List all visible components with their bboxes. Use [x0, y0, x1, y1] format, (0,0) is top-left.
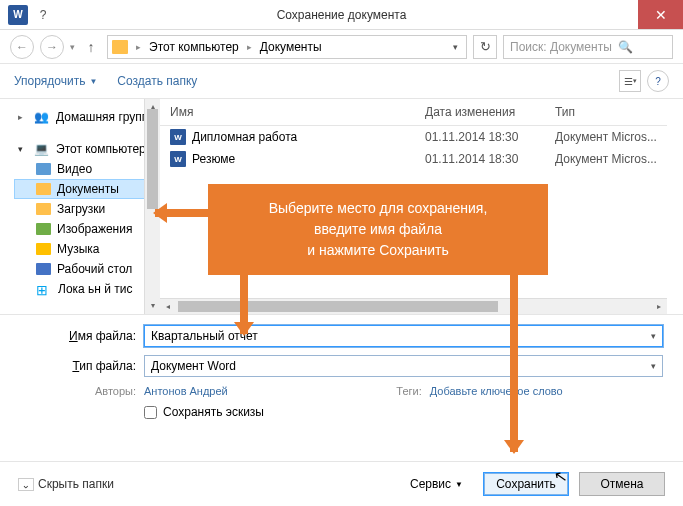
- chevron-down-icon[interactable]: ▾: [651, 331, 656, 341]
- folder-icon: [112, 40, 128, 54]
- sidebar-item-label: Рабочий стол: [57, 262, 132, 276]
- sidebar: ▸ Домашняя группа ▾ Этот компьютер Видео…: [0, 99, 160, 314]
- sidebar-item-label: Видео: [57, 162, 92, 176]
- sidebar-item-homegroup[interactable]: ▸ Домашняя группа: [14, 107, 160, 127]
- file-type: Документ Micros...: [545, 152, 667, 166]
- file-row[interactable]: W Дипломная работа 01.11.2014 18:30 Доку…: [160, 126, 667, 148]
- sidebar-item-label: Этот компьютер: [56, 142, 146, 156]
- horizontal-scrollbar[interactable]: ◂ ▸: [160, 298, 667, 314]
- scroll-down-icon[interactable]: ▾: [145, 298, 160, 314]
- organize-menu[interactable]: Упорядочить▼: [14, 74, 97, 88]
- sidebar-item-label: Музыка: [57, 242, 99, 256]
- expand-icon[interactable]: ▸: [18, 112, 28, 122]
- breadcrumb-documents[interactable]: Документы: [258, 40, 324, 54]
- new-folder-button[interactable]: Создать папку: [117, 74, 197, 88]
- sidebar-item-video[interactable]: Видео: [14, 159, 160, 179]
- callout-line3: и нажмите Сохранить: [218, 240, 538, 261]
- homegroup-icon: [34, 110, 50, 124]
- scroll-left-icon[interactable]: ◂: [160, 299, 176, 314]
- view-options-button[interactable]: ☰ ▾: [619, 70, 641, 92]
- video-folder-icon: [36, 163, 51, 175]
- filetype-label: Тип файла:: [60, 359, 136, 373]
- help-icon[interactable]: ?: [647, 70, 669, 92]
- folder-icon: [36, 203, 51, 215]
- callout-arrow-left: [155, 209, 210, 217]
- word-doc-icon: W: [170, 151, 186, 167]
- help-button[interactable]: ?: [28, 0, 58, 29]
- filetype-select[interactable]: Документ Word ▾: [144, 355, 663, 377]
- file-date: 01.11.2014 18:30: [415, 152, 545, 166]
- chevron-down-icon: ▼: [455, 480, 463, 489]
- sidebar-item-label: Изображения: [57, 222, 132, 236]
- sidebar-item-local-disk[interactable]: Лока ьн й тис: [14, 279, 160, 299]
- pictures-folder-icon: [36, 223, 51, 235]
- window-title: Сохранение документа: [0, 8, 683, 22]
- sidebar-item-label: Документы: [57, 182, 119, 196]
- save-thumbnails-checkbox[interactable]: [144, 406, 157, 419]
- column-date[interactable]: Дата изменения: [415, 99, 545, 125]
- save-form: Имя файла: Квартальный отчет ▾ Тип файла…: [0, 314, 683, 427]
- sidebar-item-music[interactable]: Музыка: [14, 239, 160, 259]
- chevron-down-icon[interactable]: ▾: [651, 361, 656, 371]
- close-button[interactable]: ✕: [638, 0, 683, 29]
- callout-arrow-down-save: [510, 272, 518, 452]
- chevron-down-icon[interactable]: ▾: [449, 42, 462, 52]
- search-placeholder: Поиск: Документы: [510, 40, 612, 54]
- file-row[interactable]: W Резюме 01.11.2014 18:30 Документ Micro…: [160, 148, 667, 170]
- word-doc-icon: W: [170, 129, 186, 145]
- chevron-right-icon: ▸: [132, 42, 145, 52]
- window-buttons: ✕: [638, 0, 683, 29]
- disk-icon: [36, 282, 52, 296]
- collapse-icon[interactable]: ▾: [18, 144, 28, 154]
- chevron-down-icon: ▼: [89, 77, 97, 86]
- computer-icon: [34, 142, 50, 156]
- file-name: Дипломная работа: [192, 130, 297, 144]
- refresh-button[interactable]: ↻: [473, 35, 497, 59]
- tutorial-callout: Выберите место для сохранения, введите и…: [208, 184, 548, 275]
- titlebar: W Сохранение документа ? ✕: [0, 0, 683, 30]
- column-headers: Имя Дата изменения Тип: [160, 99, 667, 126]
- save-thumbnails-label: Сохранять эскизы: [163, 405, 264, 419]
- column-name[interactable]: Имя: [160, 99, 415, 125]
- authors-label: Авторы:: [60, 385, 136, 397]
- tags-value[interactable]: Добавьте ключевое слово: [430, 385, 563, 397]
- navbar: ← → ▾ ↑ ▸ Этот компьютер ▸ Документы ▾ ↻…: [0, 30, 683, 64]
- up-button[interactable]: ↑: [81, 37, 101, 57]
- sidebar-item-desktop[interactable]: Рабочий стол: [14, 259, 160, 279]
- desktop-folder-icon: [36, 263, 51, 275]
- footer: Скрыть папки Сервис▼ Сохранить Отмена: [0, 461, 683, 506]
- chevron-right-icon: ▸: [243, 42, 256, 52]
- search-input[interactable]: Поиск: Документы 🔍: [503, 35, 673, 59]
- back-button[interactable]: ←: [10, 35, 34, 59]
- callout-line1: Выберите место для сохранения,: [218, 198, 538, 219]
- breadcrumb-computer[interactable]: Этот компьютер: [147, 40, 241, 54]
- sidebar-item-label: Домашняя группа: [56, 110, 155, 124]
- music-folder-icon: [36, 243, 51, 255]
- filename-input[interactable]: Квартальный отчет ▾: [144, 325, 663, 347]
- sidebar-item-documents[interactable]: Документы: [14, 179, 160, 199]
- sidebar-item-label: Лока ьн й тис: [58, 282, 133, 296]
- cancel-button[interactable]: Отмена: [579, 472, 665, 496]
- callout-arrow-down-filename: [240, 272, 248, 334]
- file-type: Документ Micros...: [545, 130, 667, 144]
- search-icon: 🔍: [618, 40, 633, 54]
- column-type[interactable]: Тип: [545, 99, 667, 125]
- sidebar-item-label: Загрузки: [57, 202, 105, 216]
- sidebar-item-pictures[interactable]: Изображения: [14, 219, 160, 239]
- toolbar: Упорядочить▼ Создать папку ☰ ▾ ?: [0, 64, 683, 98]
- breadcrumb[interactable]: ▸ Этот компьютер ▸ Документы ▾: [107, 35, 467, 59]
- file-date: 01.11.2014 18:30: [415, 130, 545, 144]
- forward-button[interactable]: →: [40, 35, 64, 59]
- scroll-thumb[interactable]: [178, 301, 498, 312]
- word-app-icon: W: [8, 5, 28, 25]
- scroll-right-icon[interactable]: ▸: [651, 299, 667, 314]
- file-name: Резюме: [192, 152, 235, 166]
- filename-label: Имя файла:: [60, 329, 136, 343]
- sidebar-item-downloads[interactable]: Загрузки: [14, 199, 160, 219]
- hide-folders-button[interactable]: Скрыть папки: [18, 477, 114, 491]
- scroll-thumb[interactable]: [147, 109, 158, 209]
- tools-menu[interactable]: Сервис▼: [410, 477, 463, 491]
- callout-line2: введите имя файла: [218, 219, 538, 240]
- authors-value[interactable]: Антонов Андрей: [144, 385, 228, 397]
- sidebar-item-computer[interactable]: ▾ Этот компьютер: [14, 139, 160, 159]
